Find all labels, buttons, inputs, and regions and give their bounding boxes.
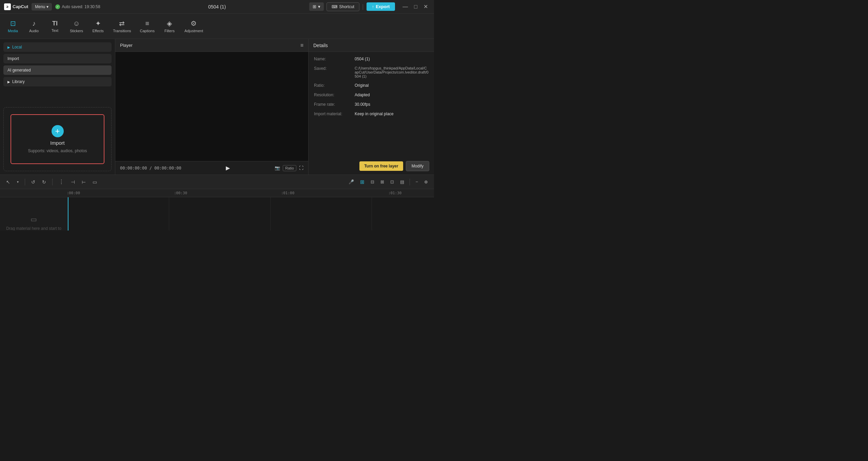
transitions-icon: ⇄ <box>119 19 125 27</box>
capcut-logo: ≥ CapCut <box>4 3 28 10</box>
ruler-mark-0: 00:00 <box>68 191 80 195</box>
redo-button[interactable]: ↻ <box>40 178 48 186</box>
unlink-button[interactable]: ⊠ <box>378 178 386 186</box>
sidebar-item-ai-generated[interactable]: AI generated <box>3 65 112 75</box>
adjustment-label: Adjustment <box>184 29 203 33</box>
timeline-area: ↖ ▾ ↺ ↻ ⋮ ⊣ ⊢ ▭ 🎤 ⊞ ⊟ ⊠ ⊡ ▤ − ⊕ 00:00 00… <box>0 175 434 230</box>
captions-icon: ≡ <box>145 20 149 27</box>
player-panel: Player ≡ 00:00:00:00 / 00:00:00:00 ▶ 📷 R… <box>115 39 309 175</box>
restore-button[interactable]: □ <box>412 3 419 11</box>
add-track-icon: ▭ <box>31 215 37 223</box>
timeline-tracks[interactable] <box>68 197 434 230</box>
left-panel: ▶ Local Import AI generated ▶ Library + … <box>0 39 115 175</box>
import-box[interactable]: + Import Supports: videos, audios, photo… <box>11 114 104 164</box>
import-box-label: Import <box>50 140 65 146</box>
select-tool-button[interactable]: ↖ <box>4 178 12 186</box>
detail-label-saved: Saved: <box>314 66 351 71</box>
detail-row-saved: Saved: C:/Users/topgus_thinkpad/AppData/… <box>314 66 429 78</box>
player-menu-icon[interactable]: ≡ <box>300 42 303 48</box>
detail-label-ratio: Ratio: <box>314 83 351 88</box>
trim-end-button[interactable]: ⊢ <box>80 178 88 186</box>
export-label: Export <box>376 4 390 9</box>
split-button[interactable]: ⋮ <box>57 177 66 186</box>
player-time-total: 00:00:00:00 <box>154 166 181 171</box>
toolbar-item-effects[interactable]: ✦ Effects <box>88 17 108 36</box>
stickers-icon: ☺ <box>73 20 80 27</box>
filters-label: Filters <box>164 29 175 33</box>
drag-hint-text: Drag material here and start to create <box>3 226 64 231</box>
timeline-toolbar: ↖ ▾ ↺ ↻ ⋮ ⊣ ⊢ ▭ 🎤 ⊞ ⊟ ⊠ ⊡ ▤ − ⊕ <box>0 175 434 189</box>
toolbar-item-adjustment[interactable]: ⚙ Adjustment <box>180 17 207 36</box>
sidebar-item-library[interactable]: ▶ Library <box>3 77 112 86</box>
shortcut-button[interactable]: ⌨ Shortcut <box>327 2 359 11</box>
player-time-current: 00:00:00:00 <box>120 166 147 171</box>
details-content: Name: 0504 (1) Saved: C:/Users/topgus_th… <box>309 52 434 158</box>
layout-button[interactable]: ⊞ ▾ <box>309 2 324 11</box>
capcut-logo-icon: ≥ <box>4 3 11 10</box>
detail-row-name: Name: 0504 (1) <box>314 57 429 61</box>
details-footer: Turn on free layer Modify <box>309 158 434 175</box>
detail-label-name: Name: <box>314 57 351 61</box>
effects-label: Effects <box>92 29 103 33</box>
zoom-out-button[interactable]: − <box>413 178 420 186</box>
player-controls: 00:00:00:00 / 00:00:00:00 ▶ 📷 Ratio ⛶ <box>115 161 308 175</box>
toolbar-item-text[interactable]: TI Text <box>45 17 65 35</box>
detail-label-resolution: Resolution: <box>314 93 351 97</box>
details-title: Details <box>313 43 328 48</box>
timeline-tracks-label: ▭ Drag material here and start to create <box>0 197 68 230</box>
toolbar-separator-1 <box>25 179 25 185</box>
ruler-marks: 00:00 00:30 01:00 01:30 02:00 <box>68 191 434 195</box>
select-dropdown-button[interactable]: ▾ <box>15 179 21 185</box>
player-time-sep: / <box>150 166 154 171</box>
left-panel-content: ▶ Local Import AI generated ▶ Library <box>0 39 115 104</box>
local-label: Local <box>12 45 22 49</box>
keyboard-icon: ⌨ <box>332 4 337 9</box>
fullscreen-button[interactable]: ⛶ <box>299 165 303 171</box>
link-button[interactable]: ⊟ <box>369 178 376 186</box>
undo-button[interactable]: ↺ <box>29 178 37 186</box>
snap-button[interactable]: ⊞ <box>358 178 367 186</box>
minimize-button[interactable]: — <box>400 3 410 11</box>
text-label: Text <box>52 28 58 33</box>
timeline-cursor <box>68 197 68 230</box>
library-label: Library <box>12 79 25 84</box>
effects-icon: ✦ <box>95 19 101 27</box>
captions-label: Captions <box>140 29 155 33</box>
import-label: Import <box>7 56 19 61</box>
toolbar-item-audio[interactable]: ♪ Audio <box>24 17 44 36</box>
detail-value-import-material: Keep in original place <box>355 112 429 116</box>
ratio-button[interactable]: Ratio <box>283 165 296 171</box>
stickers-label: Stickers <box>70 29 83 33</box>
detail-value-resolution: Adapted <box>355 93 429 97</box>
modify-button[interactable]: Modify <box>406 161 429 171</box>
toolbar-item-filters[interactable]: ◈ Filters <box>159 17 180 36</box>
mic-button[interactable]: 🎤 <box>347 178 356 186</box>
zoom-in-button[interactable]: ⊕ <box>422 178 430 186</box>
toolbar-item-captions[interactable]: ≡ Captions <box>136 17 159 36</box>
library-arrow-icon: ▶ <box>7 80 10 84</box>
menu-button[interactable]: Menu ▾ <box>32 3 52 11</box>
ai-generated-label: AI generated <box>7 68 31 73</box>
media-icon: ⊡ <box>10 19 16 27</box>
shortcut-label: Shortcut <box>339 4 354 9</box>
export-button[interactable]: ↑ Export <box>367 2 395 11</box>
screenshot-button[interactable]: 📷 <box>275 165 280 171</box>
caption-button[interactable]: ▤ <box>398 178 406 186</box>
audio-icon: ♪ <box>32 20 36 27</box>
toolbar-item-media[interactable]: ⊡ Media <box>3 17 23 36</box>
trim-start-button[interactable]: ⊣ <box>69 178 77 186</box>
toolbar-item-stickers[interactable]: ☺ Stickers <box>66 17 87 36</box>
detail-row-import-material: Import material: Keep in original place <box>314 112 429 116</box>
toolbar-item-transitions[interactable]: ⇄ Transitions <box>109 17 135 36</box>
play-button[interactable]: ▶ <box>226 165 230 171</box>
timeline-grid <box>68 197 434 230</box>
toolbar: ⊡ Media ♪ Audio TI Text ☺ Stickers ✦ Eff… <box>0 14 434 39</box>
align-button[interactable]: ⊡ <box>388 178 396 186</box>
sidebar-item-local[interactable]: ▶ Local <box>3 42 112 52</box>
detail-row-framerate: Frame rate: 30.00fps <box>314 102 429 107</box>
sidebar-item-import[interactable]: Import <box>3 54 112 63</box>
turn-on-free-layer-button[interactable]: Turn on free layer <box>359 161 403 171</box>
close-button[interactable]: ✕ <box>421 3 430 11</box>
detail-label-framerate: Frame rate: <box>314 102 351 107</box>
delete-clip-button[interactable]: ▭ <box>91 178 99 186</box>
